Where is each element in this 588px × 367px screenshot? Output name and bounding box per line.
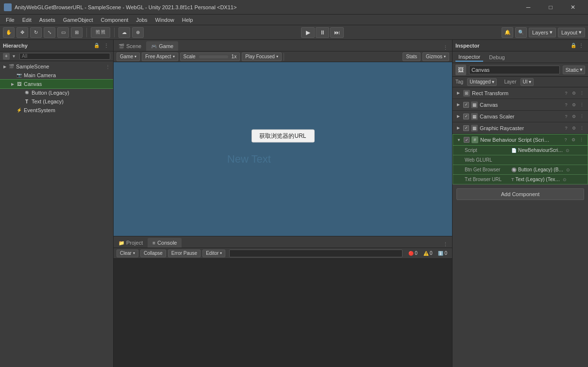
canvas-scaler-settings-icon[interactable]: ⚙ (571, 113, 577, 120)
maximize-button[interactable]: □ (539, 0, 562, 15)
tab-project[interactable]: 📁 Project (114, 238, 148, 248)
close-button[interactable]: ✕ (562, 0, 584, 15)
minimize-button[interactable]: ─ (517, 0, 539, 15)
tab-scene[interactable]: 🎬 Scene (114, 41, 146, 51)
layout-dropdown[interactable]: Layout ▾ (558, 28, 585, 37)
tool-rect[interactable]: ▭ (57, 27, 69, 38)
menu-file[interactable]: File (2, 16, 18, 24)
collab-button[interactable]: ☁ (118, 27, 130, 38)
inspector-more-icon[interactable]: ⋮ (577, 42, 585, 50)
inspector-tab-debug[interactable]: Debug (486, 53, 507, 61)
graphic-raycaster-more-icon[interactable]: ⋮ (578, 125, 585, 132)
menu-window[interactable]: Window (151, 16, 178, 24)
btn-get-browser-link-button[interactable]: ⊙ (565, 167, 571, 173)
window-title: AnityWebGLGetBrowserURL - SampleScene - … (15, 4, 517, 10)
canvas-scaler-more-icon[interactable]: ⋮ (578, 113, 585, 120)
component-rect-transform[interactable]: ▶ ⊞ Rect Transform ? ⚙ ⋮ (453, 87, 588, 99)
gizmos-dropdown[interactable]: Gizmos ▾ (422, 52, 449, 61)
canvas-scaler-help-icon[interactable]: ? (563, 113, 570, 120)
txt-browser-url-link-button[interactable]: ⊙ (561, 176, 568, 183)
component-graphic-raycaster[interactable]: ▶ ✓ ▦ Graphic Raycaster ? ⚙ ⋮ (453, 122, 588, 134)
object-name-input[interactable] (469, 66, 560, 74)
cloud-button[interactable]: ⊕ (132, 27, 144, 38)
editor-dropdown[interactable]: Editor ▾ (202, 250, 225, 257)
collapse-button[interactable]: Collapse (140, 250, 166, 257)
tab-console[interactable]: ≡ Console (148, 238, 182, 248)
hierarchy-item-canvas[interactable]: ▶ 🖼 Canvas (0, 80, 113, 88)
hierarchy-add-arrow[interactable]: ▾ (10, 52, 17, 60)
menu-help[interactable]: Help (178, 16, 197, 24)
component-canvas-scaler[interactable]: ▶ ✓ ▦ Canvas Scaler ? ⚙ ⋮ (453, 111, 588, 122)
clear-dropdown[interactable]: Clear ▾ (117, 250, 138, 257)
search-button[interactable]: 🔍 (515, 27, 527, 38)
rect-transform-settings-icon[interactable]: ⚙ (571, 90, 577, 97)
behaviour-script-more-icon[interactable]: ⋮ (578, 136, 585, 143)
scale-slider[interactable] (199, 55, 228, 58)
hierarchy-lock-icon[interactable]: 🔒 (93, 42, 101, 50)
hierarchy-more-icon[interactable]: ⋮ (102, 42, 110, 50)
center-more-icon[interactable]: ⋮ (443, 45, 448, 51)
display-dropdown[interactable]: Game ▾ (117, 52, 140, 61)
txt-browser-url-icon: T (511, 177, 514, 182)
graphic-raycaster-settings-icon[interactable]: ⚙ (571, 125, 577, 132)
rect-transform-more-icon[interactable]: ⋮ (578, 90, 585, 97)
pause-button[interactable]: ⏸ (316, 27, 329, 38)
menu-gameobject[interactable]: GameObject (59, 16, 97, 24)
menu-component[interactable]: Component (97, 16, 132, 24)
step-button[interactable]: ⏭ (330, 27, 344, 38)
tool-scale[interactable]: ⤡ (44, 27, 55, 38)
component-canvas[interactable]: ▶ ✓ ▦ Canvas ? ⚙ ⋮ (453, 99, 588, 111)
hierarchy-add-button[interactable]: + (3, 53, 10, 60)
canvas-comp-checkbox[interactable]: ✓ (463, 102, 469, 108)
warning-badge-icon: ⚠️ (423, 251, 429, 256)
tag-dropdown[interactable]: Untagged ▾ (467, 78, 496, 86)
tool-multi[interactable]: ⊞ (71, 27, 83, 38)
static-dropdown[interactable]: Static ▾ (563, 66, 585, 74)
menu-edit[interactable]: Edit (18, 16, 35, 24)
play-focused-dropdown[interactable]: Play Focused ▾ (242, 52, 282, 61)
samplescene-more-icon[interactable]: ⋮ (104, 63, 111, 70)
graphic-raycaster-checkbox[interactable]: ✓ (463, 125, 469, 131)
game-ui-button[interactable]: 获取浏览器的URL (251, 130, 314, 143)
layer-dropdown[interactable]: UI ▾ (521, 78, 534, 86)
rect-transform-help-icon[interactable]: ? (563, 90, 570, 97)
behaviour-script-settings-icon[interactable]: ⚙ (570, 136, 577, 143)
inspector-lock-icon[interactable]: 🔒 (570, 42, 577, 50)
canvas-comp-settings-icon[interactable]: ⚙ (571, 101, 577, 108)
tool-hand[interactable]: ✋ (3, 27, 15, 38)
add-component-button[interactable]: Add Component (456, 188, 584, 200)
stats-button[interactable]: Stats (403, 52, 420, 61)
hierarchy-panel: Hierarchy 🔒 ⋮ + ▾ ▶ 🎬 SampleScene ⋮ 📷 Ma… (0, 40, 114, 367)
behaviour-script-checkbox[interactable]: ✓ (464, 137, 470, 143)
hierarchy-item-button-legacy[interactable]: 🔘 Button (Legacy) (0, 88, 113, 97)
window-controls: ─ □ ✕ (517, 0, 584, 15)
component-new-behaviour-script[interactable]: ▼ ✓ # New Behaviour Script (Scri… ? ⚙ ⋮ (453, 134, 588, 146)
hierarchy-item-text-legacy[interactable]: T Text (Legacy) (0, 97, 113, 106)
graphic-raycaster-help-icon[interactable]: ? (563, 125, 570, 132)
bottom-tabs-more-icon[interactable]: ⋮ (443, 241, 448, 248)
canvas-comp-help-icon[interactable]: ? (563, 101, 570, 108)
canvas-comp-more-icon[interactable]: ⋮ (578, 101, 585, 108)
behaviour-script-icon: # (471, 136, 478, 143)
script-link-button[interactable]: ⊙ (564, 147, 571, 154)
account-button[interactable]: 🔔 (502, 27, 513, 38)
tool-rotate[interactable]: ↻ (30, 27, 42, 38)
console-search-input[interactable] (229, 250, 403, 257)
pivot-button[interactable]: 照 照 (91, 27, 110, 38)
hierarchy-item-maincamera[interactable]: 📷 Main Camera (0, 71, 113, 80)
tab-game[interactable]: 🎮 Game (146, 41, 178, 51)
layers-dropdown[interactable]: Layers ▾ (529, 28, 556, 37)
scale-control[interactable]: Scale 1x (180, 52, 240, 61)
inspector-tab-inspector[interactable]: Inspector (455, 53, 483, 62)
behaviour-script-help-icon[interactable]: ? (562, 136, 569, 143)
menu-assets[interactable]: Assets (35, 16, 59, 24)
canvas-scaler-checkbox[interactable]: ✓ (463, 114, 469, 119)
tool-move[interactable]: ✥ (17, 27, 28, 38)
aspect-dropdown[interactable]: Free Aspect ▾ (142, 52, 178, 61)
error-pause-button[interactable]: Error Pause (168, 250, 201, 257)
hierarchy-item-eventsystem[interactable]: ⚡ EventSystem (0, 106, 113, 115)
hierarchy-item-samplescene[interactable]: ▶ 🎬 SampleScene ⋮ (0, 62, 113, 71)
play-button[interactable]: ▶ (301, 27, 315, 38)
menu-jobs[interactable]: Jobs (132, 16, 151, 24)
hierarchy-search-input[interactable] (19, 53, 110, 60)
